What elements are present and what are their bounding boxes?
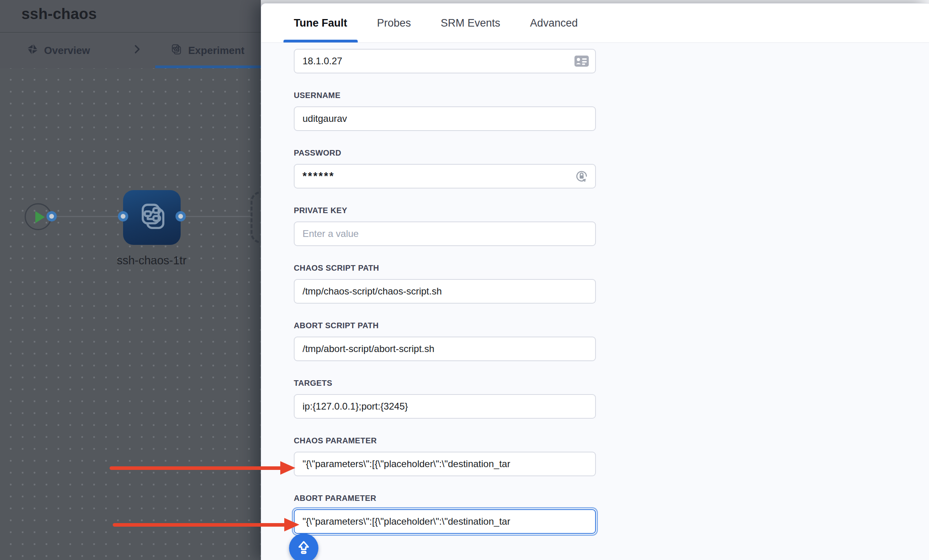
private-key-input[interactable]: Enter a value [294,221,596,246]
targets-input[interactable]: ip:{127.0.0.1};port:{3245} [294,394,596,419]
field-label: USERNAME [294,91,596,100]
arrow-head [284,518,299,531]
breadcrumb-overview-label: Overview [44,44,90,57]
id-card-icon[interactable] [574,53,590,69]
play-icon [35,211,45,223]
abort-script-path-value: /tmp/abort-script/abort-script.sh [303,343,434,354]
edge-start-to-fault [51,216,123,217]
fault-node-label: ssh-chaos-1tr [92,254,211,267]
arrow-shaft [113,523,287,527]
username-field-group: USERNAME uditgaurav [294,91,596,131]
field-label: TARGETS [294,379,596,388]
field-label: CHAOS PARAMETER [294,436,596,445]
field-label: CHAOS SCRIPT PATH [294,264,596,273]
drawer-tab-bar: Tune Fault Probes SRM Events Advanced [261,4,929,43]
chaos-script-path-field-group: CHAOS SCRIPT PATH /tmp/chaos-script/chao… [294,264,596,304]
annotation-arrow-abort-parameter [113,518,299,531]
tune-fault-drawer: Tune Fault Probes SRM Events Advanced 18… [261,3,929,560]
targets-value: ip:{127.0.0.1};port:{3245} [303,401,408,412]
experiment-canvas-panel: ssh-chaos Overview [0,0,262,560]
arrow-head [280,461,295,475]
arrow-shaft [110,466,283,470]
fault-node-out-port[interactable] [175,211,186,221]
abort-parameter-value: "{\"parameters\":[{\"placeholder\":\"des… [303,516,510,527]
fault-node-ssh-chaos[interactable] [123,190,181,245]
breadcrumb-experiment[interactable]: Experiment [170,33,245,68]
username-value: uditgaurav [303,113,347,124]
breadcrumb: Overview Experiment [0,33,262,68]
tab-srm-events[interactable]: SRM Events [430,4,511,42]
private-key-placeholder: Enter a value [303,228,358,239]
upload-fab-button[interactable] [289,533,318,560]
tab-advanced[interactable]: Advanced [520,4,588,42]
chevron-right-icon [131,43,143,57]
abort-parameter-input[interactable]: "{\"parameters\":[{\"placeholder\":\"des… [294,509,596,534]
field-label: PRIVATE KEY [294,206,596,215]
pipeline-canvas[interactable]: ssh-chaos-1tr [0,68,262,560]
abort-parameter-field-group: ABORT PARAMETER "{\"parameters\":[{\"pla… [294,494,596,534]
tab-probes[interactable]: Probes [367,4,422,42]
abort-script-path-input[interactable]: /tmp/abort-script/abort-script.sh [294,337,596,361]
field-label: PASSWORD [294,148,596,158]
tab-tune-fault[interactable]: Tune Fault [283,4,358,42]
password-input[interactable]: ****** [294,164,596,189]
overview-pinwheel-icon [27,43,39,58]
field-label: ABORT SCRIPT PATH [294,321,596,330]
breadcrumb-overview[interactable]: Overview [27,33,90,68]
chaos-parameter-field-group: CHAOS PARAMETER "{\"parameters\":[{\"pla… [294,436,596,476]
active-breadcrumb-underline [155,65,261,68]
chaos-parameter-value: "{\"parameters\":[{\"placeholder\":\"des… [303,458,510,470]
experiment-icon [170,43,183,58]
abort-script-path-field-group: ABORT SCRIPT PATH /tmp/abort-script/abor… [294,321,596,361]
targets-field-group: TARGETS ip:{127.0.0.1};port:{3245} [294,379,596,419]
page-header: ssh-chaos [0,0,262,33]
private-key-field-group: PRIVATE KEY Enter a value [294,206,596,246]
password-field-group: PASSWORD ****** [294,148,596,189]
annotation-arrow-chaos-parameter [110,461,295,475]
chaos-script-path-input[interactable]: /tmp/chaos-script/chaos-script.sh [294,279,596,304]
start-node-out-port[interactable] [46,211,57,221]
password-value: ****** [303,170,335,183]
host-value: 18.1.0.27 [303,56,342,67]
fault-tunables-form: 18.1.0.27 USERNAME uditgaurav [294,49,596,551]
page-title: ssh-chaos [21,6,97,23]
experiment-stack-icon [136,201,168,234]
edge-fault-to-add [180,216,251,217]
breadcrumb-experiment-label: Experiment [188,44,245,57]
field-label: ABORT PARAMETER [294,494,596,503]
username-input[interactable]: uditgaurav [294,106,596,131]
secret-lock-icon[interactable] [574,168,590,184]
upload-eject-icon [295,539,312,557]
chaos-script-path-value: /tmp/chaos-script/chaos-script.sh [303,286,442,297]
chaos-parameter-input[interactable]: "{\"parameters\":[{\"placeholder\":\"des… [294,452,596,476]
host-field-group: 18.1.0.27 [294,49,596,73]
host-input[interactable]: 18.1.0.27 [294,49,596,73]
fault-node-in-port[interactable] [118,211,128,221]
